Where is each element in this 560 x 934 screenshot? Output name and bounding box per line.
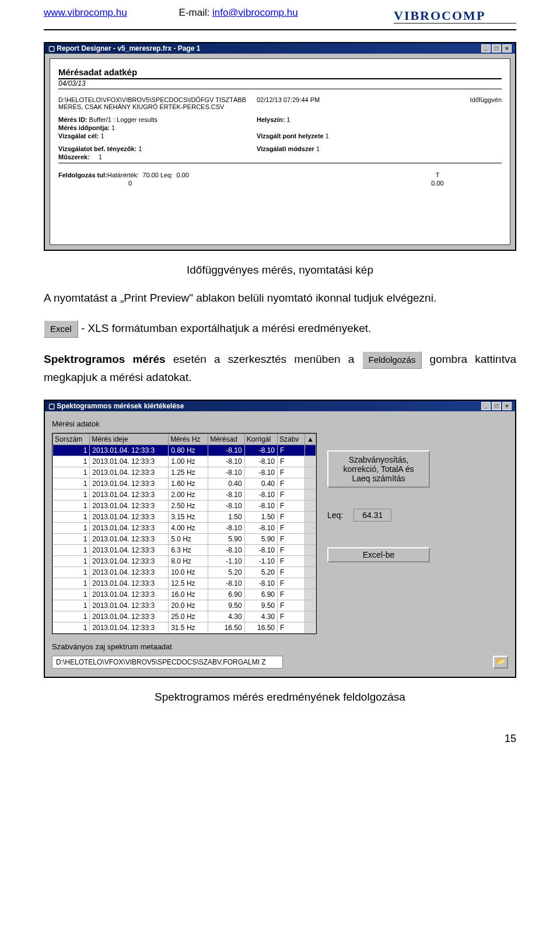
path-input[interactable]: D:\HELOTELO\VFOX\VIBROV5\SPECDOCS\SZABV.… (52, 656, 283, 669)
close-icon[interactable]: × (502, 44, 512, 53)
scrollbar-track[interactable] (305, 555, 316, 566)
table-cell: 2013.01.04. 12:33:3 (90, 533, 169, 544)
col-header[interactable]: Szabv (278, 433, 305, 445)
report-type: Időfüggvén (373, 96, 502, 110)
table-cell: 3.15 Hz (169, 511, 208, 522)
table-row[interactable]: 12013.01.04. 12:33:30.80 Hz-8.10-8.10F (53, 445, 316, 456)
table-cell: 2013.01.04. 12:33:3 (90, 555, 169, 566)
table-row[interactable]: 12013.01.04. 12:33:31.00 Hz-8.10-8.10F (53, 456, 316, 467)
scrollbar-track[interactable] (305, 600, 316, 611)
scrollbar-track[interactable] (305, 467, 316, 478)
maximize-icon[interactable]: □ (492, 402, 501, 410)
email-link[interactable]: info@vibrocomp.hu (212, 7, 298, 18)
meresi-adatok-label: Mérési adatok (52, 419, 508, 428)
col-header[interactable]: Mérésad (208, 433, 245, 445)
scrollbar-track[interactable] (305, 566, 316, 578)
maximize-icon[interactable]: □ (492, 44, 501, 53)
scroll-up-icon[interactable]: ▲ (305, 433, 316, 445)
table-row[interactable]: 12013.01.04. 12:33:36.3 Hz-8.10-8.10F (53, 544, 316, 555)
feldolgozas-button[interactable]: Feldolgozás (362, 351, 422, 369)
site-link[interactable]: www.vibrocomp.hu (44, 7, 127, 18)
paragraph-2b: esetén a szerkesztés menüben a (166, 353, 362, 365)
table-row[interactable]: 12013.01.04. 12:33:320.0 Hz9.509.50F (53, 600, 316, 611)
bef-label: Vizsgálatot bef. tényezők: (58, 145, 136, 152)
table-row[interactable]: 12013.01.04. 12:33:35.0 Hz5.905.90F (53, 533, 316, 544)
table-cell: F (278, 600, 305, 611)
table-cell: -8.10 (244, 467, 277, 478)
table-cell: 31.5 Hz (169, 622, 208, 633)
table-cell: 10.0 Hz (169, 566, 208, 578)
report-timestamp: 02/12/13 07:29:44 PM (257, 96, 373, 110)
leq-value: 64.31 (354, 509, 391, 522)
table-cell: -8.10 (244, 578, 277, 589)
table-cell: 5.90 (244, 533, 277, 544)
scrollbar-track[interactable] (305, 445, 316, 456)
table-cell: -8.10 (208, 522, 245, 533)
scrollbar-track[interactable] (305, 611, 316, 622)
table-cell: 1 (53, 511, 90, 522)
table-cell: -8.10 (244, 456, 277, 467)
close-icon[interactable]: × (502, 402, 512, 410)
table-cell: -8.10 (244, 489, 277, 500)
table-row[interactable]: 12013.01.04. 12:33:32.00 Hz-8.10-8.10F (53, 489, 316, 500)
table-row[interactable]: 12013.01.04. 12:33:331.5 Hz16.5016.50F (53, 622, 316, 633)
data-grid[interactable]: SorszámMérés idejeMérés HzMérésadKorrigá… (52, 433, 317, 634)
table-cell: 2013.01.04. 12:33:3 (90, 522, 169, 533)
helyszin-label: Helyszín: (257, 116, 285, 123)
table-cell: 2013.01.04. 12:33:3 (90, 489, 169, 500)
table-row[interactable]: 12013.01.04. 12:33:31.25 Hz-8.10-8.10F (53, 467, 316, 478)
col-header[interactable]: Korrigál (244, 433, 277, 445)
table-row[interactable]: 12013.01.04. 12:33:312.5 Hz-8.10-8.10F (53, 578, 316, 589)
standardize-button[interactable]: Szabványosítás, korrekció, TotalA és Lae… (327, 450, 430, 488)
scrollbar-track[interactable] (305, 456, 316, 467)
table-cell: 1 (53, 578, 90, 589)
scrollbar-track[interactable] (305, 478, 316, 489)
scrollbar-track[interactable] (305, 489, 316, 500)
table-cell: F (278, 566, 305, 578)
table-row[interactable]: 12013.01.04. 12:33:325.0 Hz4.304.30F (53, 611, 316, 622)
table-cell: 1 (53, 600, 90, 611)
table-cell: 6.3 Hz (169, 544, 208, 555)
scrollbar-track[interactable] (305, 589, 316, 600)
excel-button[interactable]: Excel (44, 320, 78, 338)
col-header[interactable]: Sorszám (53, 433, 90, 445)
table-cell: 20.0 Hz (169, 600, 208, 611)
table-row[interactable]: 12013.01.04. 12:33:310.0 Hz5.205.20F (53, 566, 316, 578)
scrollbar-track[interactable] (305, 578, 316, 589)
scrollbar-track[interactable] (305, 533, 316, 544)
col-header[interactable]: Mérés Hz (169, 433, 208, 445)
open-file-button[interactable]: 📂 (493, 656, 508, 669)
table-cell: 2013.01.04. 12:33:3 (90, 589, 169, 600)
minimize-icon[interactable]: _ (481, 402, 491, 410)
table-cell: 2013.01.04. 12:33:3 (90, 478, 169, 489)
table-cell: 1.50 (244, 511, 277, 522)
table-row[interactable]: 12013.01.04. 12:33:32.50 Hz-8.10-8.10F (53, 500, 316, 511)
report-path2: MÉRÉS, CSAK NÉHÁNY KIUGRÓ ÉRTÉK-PERCES.C… (58, 103, 257, 110)
minimize-icon[interactable]: _ (481, 44, 491, 53)
table-cell: 6.90 (208, 589, 245, 600)
table-row[interactable]: 12013.01.04. 12:33:316.0 Hz6.906.90F (53, 589, 316, 600)
table-cell: 2013.01.04. 12:33:3 (90, 600, 169, 611)
table-cell: F (278, 611, 305, 622)
table-cell: 2013.01.04. 12:33:3 (90, 566, 169, 578)
scrollbar-track[interactable] (305, 622, 316, 633)
scrollbar-track[interactable] (305, 511, 316, 522)
table-row[interactable]: 12013.01.04. 12:33:38.0 Hz-1.10-1.10F (53, 555, 316, 566)
table-cell: -8.10 (208, 500, 245, 511)
scrollbar-track[interactable] (305, 500, 316, 511)
table-cell: -8.10 (208, 489, 245, 500)
excelbe-button[interactable]: Excel-be (327, 547, 430, 562)
table-row[interactable]: 12013.01.04. 12:33:33.15 Hz1.501.50F (53, 511, 316, 522)
divider (44, 29, 516, 30)
table-row[interactable]: 12013.01.04. 12:33:34.00 Hz-8.10-8.10F (53, 522, 316, 533)
table-row[interactable]: 12013.01.04. 12:33:31.60 Hz0.400.40F (53, 478, 316, 489)
scrollbar-track[interactable] (305, 522, 316, 533)
table-cell: 4.30 (244, 611, 277, 622)
table-cell: 2013.01.04. 12:33:3 (90, 578, 169, 589)
zero-left: 0 (58, 180, 257, 187)
col-header[interactable]: Mérés ideje (90, 433, 169, 445)
table-cell: 0.40 (244, 478, 277, 489)
table-cell: -8.10 (244, 544, 277, 555)
table-cell: 2013.01.04. 12:33:3 (90, 622, 169, 633)
scrollbar-track[interactable] (305, 544, 316, 555)
